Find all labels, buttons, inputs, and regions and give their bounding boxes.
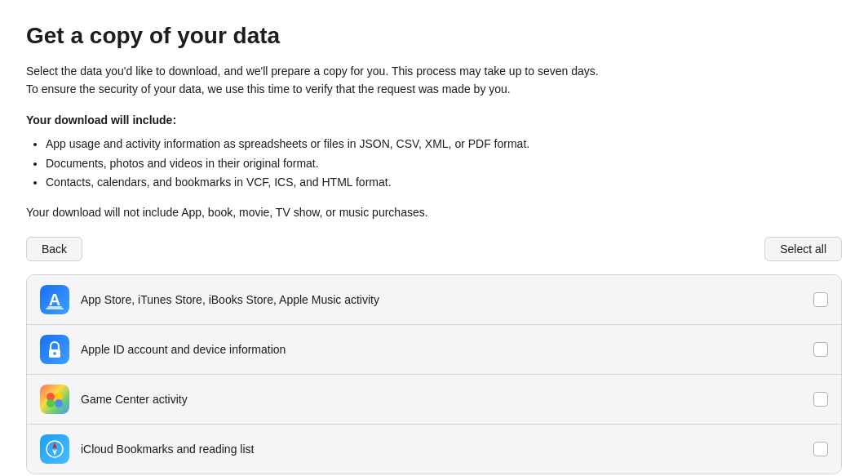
data-item-appleid: Apple ID account and device information [27, 325, 841, 375]
page-title: Get a copy of your data [26, 23, 842, 49]
gamecenter-label: Game Center activity [81, 393, 813, 406]
svg-rect-7 [40, 385, 69, 414]
appstore-icon: A [40, 285, 69, 314]
bullet-item-3: Contacts, calendars, and bookmarks in VC… [46, 173, 842, 193]
data-item-appstore: A App Store, iTunes Store, iBooks Store,… [27, 275, 841, 325]
back-button[interactable]: Back [26, 237, 82, 261]
svg-point-10 [46, 399, 55, 407]
description: Select the data you'd like to download, … [26, 62, 842, 99]
svg-rect-12 [40, 434, 69, 464]
description-line2: To ensure the security of your data, we … [26, 82, 511, 96]
action-bar: Back Select all [26, 237, 842, 261]
purchase-note: Your download will not include App, book… [26, 206, 842, 219]
svg-text:A: A [49, 291, 60, 309]
download-label: Your download will include: [26, 113, 842, 127]
gamecenter-icon [40, 385, 69, 414]
bullet-list: App usage and activity information as sp… [26, 135, 842, 193]
svg-point-6 [53, 352, 56, 355]
appleid-checkbox[interactable] [813, 342, 828, 357]
data-item-gamecenter: Game Center activity [27, 375, 841, 425]
select-all-button[interactable]: Select all [764, 237, 842, 261]
appstore-label: App Store, iTunes Store, iBooks Store, A… [81, 293, 813, 306]
appleid-icon [40, 335, 69, 364]
appstore-checkbox[interactable] [813, 292, 828, 307]
icloud-label: iCloud Bookmarks and reading list [81, 443, 813, 456]
appleid-label: Apple ID account and device information [81, 343, 813, 356]
bullet-item-1: App usage and activity information as sp… [46, 135, 842, 154]
gamecenter-checkbox[interactable] [813, 392, 828, 407]
svg-point-11 [55, 399, 63, 407]
icloud-icon [40, 434, 69, 464]
bullet-item-2: Documents, photos and videos in their or… [46, 154, 842, 174]
data-item-icloud: iCloud Bookmarks and reading list [27, 425, 841, 474]
icloud-checkbox[interactable] [813, 442, 828, 456]
data-items-list: A App Store, iTunes Store, iBooks Store,… [26, 274, 842, 474]
description-line1: Select the data you'd like to download, … [26, 65, 599, 78]
